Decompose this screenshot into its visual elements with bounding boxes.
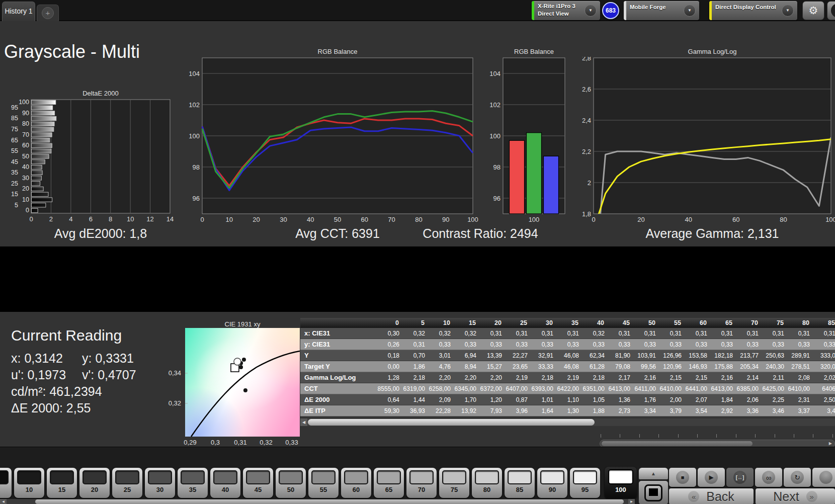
settings-button[interactable]: ⚙ <box>802 1 824 20</box>
patch-button-65[interactable]: 65 <box>374 468 404 498</box>
deltae-bar-65 <box>32 138 50 142</box>
cie-ytick: 0,32 <box>162 399 181 407</box>
table-cell: 79,08 <box>608 361 634 372</box>
svg-text:100: 100 <box>467 216 478 223</box>
table-cell: 3,34 <box>634 405 659 416</box>
play-button[interactable]: ▶ <box>698 468 725 487</box>
svg-text:85: 85 <box>11 115 18 122</box>
next-button[interactable]: Next » <box>756 488 835 504</box>
patch-strip-scrollbar[interactable]: ◀ ▶ <box>0 499 635 504</box>
table-cell: 1,64 <box>531 405 557 416</box>
table-cell: 333,0 <box>813 350 835 361</box>
patch-scrollbar-thumb[interactable] <box>35 499 624 504</box>
table-cell: 3,4 <box>813 405 835 416</box>
chart-title: DeltaE 2000 <box>31 90 170 99</box>
cie-marker-dot <box>243 388 247 392</box>
patch-button-85[interactable]: 85 <box>505 468 535 498</box>
patch-button-80[interactable]: 80 <box>472 468 502 498</box>
patch-button-10[interactable]: 10 <box>14 468 44 498</box>
chevron-down-icon[interactable]: ▼ <box>782 5 794 17</box>
patch-button-95[interactable]: 95 <box>570 468 600 498</box>
chevron-down-icon[interactable]: ▼ <box>684 5 696 17</box>
table-cell: 6,94 <box>454 350 480 361</box>
continuous-measure-button[interactable]: ∞ <box>755 468 782 487</box>
scroll-left-icon[interactable]: ◀ <box>0 499 7 504</box>
table-cell: 6441,00 <box>685 383 711 394</box>
table-col-header-80: 80 <box>788 318 813 328</box>
cie-xtick: 0,31 <box>229 439 252 446</box>
extra-transport-button[interactable] <box>812 468 835 487</box>
svg-text:100: 100 <box>189 132 200 140</box>
patch-button-70[interactable]: 70 <box>406 468 437 498</box>
deltae-bar-50 <box>32 154 49 158</box>
patch-button-15[interactable]: 15 <box>47 468 77 498</box>
pattern-source-dropdown[interactable]: Mobile Forge ▼ <box>624 1 699 20</box>
stop-button[interactable]: ■ <box>669 468 696 487</box>
cie-overlay-svg <box>185 328 300 437</box>
deltae-bar-30 <box>32 176 42 180</box>
patch-size-up-button[interactable]: ▲ <box>639 468 668 479</box>
patch-button-75[interactable]: 75 <box>439 468 469 498</box>
svg-text:60: 60 <box>22 142 29 149</box>
window-pattern-icon <box>644 484 662 501</box>
chart-title: RGB Balance <box>503 48 565 57</box>
display-control-dropdown[interactable]: Direct Display Control ▼ <box>709 1 797 20</box>
deltae-bar-70 <box>32 133 52 137</box>
top-bar: History 1 + X-Rite i1Pro 3Direct View ▼ … <box>0 0 835 21</box>
table-cell: 6413,00 <box>608 383 634 394</box>
table-cell: 2,02 <box>813 372 835 383</box>
table-cell: 46,08 <box>557 350 582 361</box>
table-cell: 0,33 <box>557 339 582 350</box>
table-cell: 0,33 <box>608 339 634 350</box>
secondary-scrollbar-thumb[interactable] <box>602 441 753 446</box>
scroll-left-icon[interactable]: ◀ <box>300 418 307 426</box>
svg-text:90: 90 <box>442 216 449 223</box>
display-control-label: Direct Display Control <box>715 4 776 11</box>
patch-button-45[interactable]: 45 <box>243 468 273 498</box>
table-cell: 22,27 <box>506 350 531 361</box>
table-cell: 0,33 <box>685 339 711 350</box>
svg-text:65: 65 <box>11 137 18 144</box>
meter-dropdown[interactable]: X-Rite i1Pro 3Direct View ▼ <box>532 1 600 20</box>
table-cell: 8555,00 <box>377 383 403 394</box>
patch-button-55[interactable]: 55 <box>308 468 339 498</box>
svg-text:96: 96 <box>493 195 500 202</box>
svg-text:98: 98 <box>193 163 200 171</box>
pattern-window-button[interactable] <box>639 481 668 504</box>
table-cell: 0,31 <box>608 328 634 339</box>
svg-text:35: 35 <box>11 169 18 176</box>
deltae-bar-20 <box>32 187 44 191</box>
chevron-down-icon[interactable]: ▼ <box>584 5 597 17</box>
patch-button-50[interactable]: 50 <box>276 468 306 498</box>
svg-text:30: 30 <box>280 216 287 223</box>
page-title: Grayscale - Multi <box>4 41 140 62</box>
patch-button-30[interactable]: 30 <box>145 468 175 498</box>
svg-text:100: 100 <box>529 216 540 223</box>
table-cell: 6425,00 <box>762 383 788 394</box>
new-tab-button[interactable]: + <box>37 5 59 21</box>
cie-xtick: 0,32 <box>255 439 277 446</box>
step-mode-button[interactable]: [↔] <box>726 468 754 487</box>
refresh-button[interactable]: ↻ <box>784 468 811 487</box>
collapse-panel-button[interactable]: ◀ <box>827 1 835 20</box>
patch-button-90[interactable]: 90 <box>537 468 567 498</box>
deltae-bar-100 <box>32 100 56 104</box>
scroll-right-icon[interactable]: ▶ <box>628 499 635 504</box>
table-scrollbar-thumb[interactable] <box>308 419 595 426</box>
back-button[interactable]: « Back <box>669 488 754 504</box>
tab-history-1[interactable]: History 1 <box>2 2 35 21</box>
svg-text:2,2: 2,2 <box>582 148 591 155</box>
patch-button-60[interactable]: 60 <box>341 468 371 498</box>
patch-button-40[interactable]: 40 <box>210 468 240 498</box>
table-cell: 2,09 <box>429 394 454 405</box>
table-scrollbar[interactable]: ◀ <box>300 418 835 426</box>
scroll-right-icon[interactable]: ▶ <box>829 441 832 447</box>
svg-text:14: 14 <box>166 215 174 223</box>
patch-button-20[interactable]: 20 <box>79 468 110 498</box>
patch-button-5[interactable]: 5 <box>0 468 12 498</box>
patch-button-25[interactable]: 25 <box>112 468 142 498</box>
patch-button-100-selected[interactable]: 100 <box>605 467 637 499</box>
table-cell: 2,18 <box>582 372 608 383</box>
table-cell: 0,33 <box>506 339 531 350</box>
patch-button-35[interactable]: 35 <box>178 468 208 498</box>
